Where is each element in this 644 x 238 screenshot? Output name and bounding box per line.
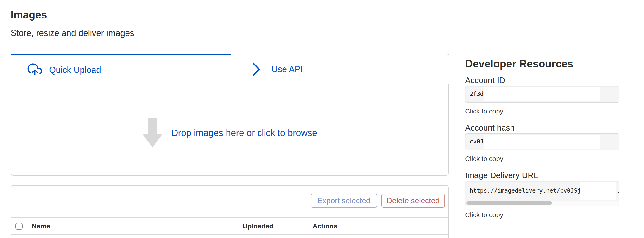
redacted-peek-character: : xyxy=(616,181,618,200)
arrow-down-icon xyxy=(142,118,163,147)
chevron-right-icon xyxy=(252,62,260,77)
image-delivery-url-field[interactable]: https://imagedelivery.net/cv0JSj : xyxy=(465,181,620,206)
upload-panel: Quick Upload Use API Drop images here or… xyxy=(10,54,449,176)
tab-use-api-label: Use API xyxy=(272,64,303,75)
column-header-uploaded: Uploaded xyxy=(243,218,274,235)
horizontal-scrollbar-thumb[interactable] xyxy=(466,201,552,205)
column-header-name: Name xyxy=(32,218,50,235)
account-id-click-to-copy: Click to copy xyxy=(465,107,619,116)
account-hash-field[interactable]: cv0J xyxy=(465,133,620,150)
tab-use-api[interactable]: Use API xyxy=(230,54,449,85)
select-all-checkbox[interactable] xyxy=(16,223,22,230)
dropzone-label: Drop images here or click to browse xyxy=(172,128,317,138)
table-header-row: Name Uploaded Actions xyxy=(11,218,448,235)
image-delivery-url-section: Image Delivery URL https://imagedelivery… xyxy=(465,170,619,219)
image-delivery-url-click-to-copy: Click to copy xyxy=(465,211,619,219)
horizontal-scrollbar-track xyxy=(466,201,619,206)
delete-selected-button[interactable]: Delete selected xyxy=(382,194,445,208)
images-table-card: Export selected Delete selected Name Upl… xyxy=(10,185,449,238)
page-subtitle: Store, resize and deliver images xyxy=(10,28,134,38)
tab-quick-upload-label: Quick Upload xyxy=(49,65,101,75)
account-id-field[interactable]: 2f3d xyxy=(465,86,620,103)
account-id-section: Account ID 2f3d Click to copy xyxy=(465,75,619,116)
redaction-overlay xyxy=(484,87,600,101)
account-hash-value: cv0J xyxy=(470,134,484,149)
tab-quick-upload[interactable]: Quick Upload xyxy=(11,55,230,85)
image-delivery-url-label: Image Delivery URL xyxy=(465,170,619,180)
account-id-label: Account ID xyxy=(465,75,619,85)
account-hash-click-to-copy: Click to copy xyxy=(465,154,619,163)
account-hash-section: Account hash cv0J Click to copy xyxy=(465,122,619,163)
dropzone[interactable]: Drop images here or click to browse xyxy=(11,117,448,148)
cloud-upload-icon xyxy=(27,63,43,77)
redaction-overlay xyxy=(580,182,616,200)
account-hash-label: Account hash xyxy=(465,122,619,133)
images-page: Images Store, resize and deliver images … xyxy=(0,0,644,238)
developer-resources-title: Developer Resources xyxy=(465,58,573,70)
account-id-value: 2f3d xyxy=(470,86,484,102)
image-delivery-url-value: https://imagedelivery.net/cv0JSj xyxy=(470,181,581,200)
export-selected-button[interactable]: Export selected xyxy=(311,194,377,208)
column-header-actions: Actions xyxy=(312,218,338,235)
table-toolbar: Export selected Delete selected xyxy=(11,186,448,218)
toolbar-buttons: Export selected Delete selected xyxy=(311,194,445,208)
page-title: Images xyxy=(10,9,47,21)
redaction-overlay xyxy=(484,135,600,148)
